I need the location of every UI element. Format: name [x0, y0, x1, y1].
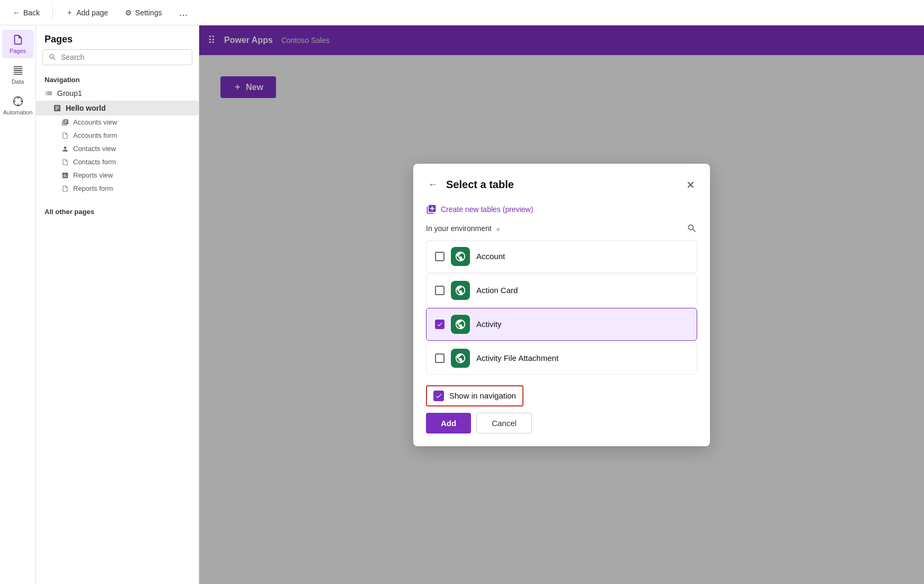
modal-header-left: ← Select a table	[426, 177, 514, 192]
activity-name: Activity	[476, 320, 502, 329]
hello-world-label: Hello world	[66, 104, 105, 112]
search-input[interactable]	[61, 53, 186, 61]
hello-world-item[interactable]: Hello world	[36, 101, 199, 116]
modal-title: Select a table	[446, 179, 514, 191]
pages-icon	[12, 34, 24, 46]
reports-view-item[interactable]: Reports view	[36, 169, 199, 182]
reports-form-icon	[61, 185, 69, 192]
activity-icon	[451, 315, 470, 334]
env-selector-left: In your environment ⬦	[426, 224, 500, 233]
settings-label: Settings	[135, 8, 162, 17]
activity-file-checkbox[interactable]	[435, 353, 445, 363]
data-icon	[12, 65, 24, 76]
account-icon	[451, 247, 470, 266]
action-buttons: Add Cancel	[426, 413, 697, 433]
action-card-name: Action Card	[476, 286, 518, 295]
contacts-view-icon	[61, 145, 69, 153]
divider-1	[52, 6, 53, 19]
create-tables-link[interactable]: Create new tables (preview)	[426, 204, 697, 215]
table-item-activity[interactable]: Activity	[426, 308, 697, 341]
back-button[interactable]: ← Back	[8, 5, 44, 20]
all-other-pages-label: All other pages	[36, 203, 199, 218]
main-layout: Pages Data Automation Pages Navigation	[0, 25, 924, 584]
create-tables-icon	[426, 204, 437, 215]
env-label: In your environment	[426, 224, 492, 233]
chevron-icon[interactable]: ⬦	[496, 224, 500, 233]
action-card-checkbox[interactable]	[435, 286, 445, 295]
plus-icon: ＋	[66, 8, 73, 17]
reports-view-label: Reports view	[73, 171, 113, 179]
accounts-view-item[interactable]: Accounts view	[36, 116, 199, 129]
pages-label: Pages	[10, 48, 26, 54]
modal-back-button[interactable]: ←	[426, 177, 440, 192]
reports-view-icon	[61, 172, 69, 179]
modal-close-button[interactable]: ✕	[684, 176, 697, 193]
account-name: Account	[476, 252, 505, 261]
environment-selector: In your environment ⬦	[426, 223, 697, 234]
select-table-modal: ← Select a table ✕ Create new tables (pr…	[413, 164, 710, 446]
pages-title: Pages	[36, 25, 199, 49]
list-icon	[45, 89, 53, 98]
form-icon	[61, 132, 69, 139]
activity-file-icon	[451, 349, 470, 368]
modal-overlay: ← Select a table ✕ Create new tables (pr…	[199, 25, 924, 584]
sidebar-item-automation[interactable]: Automation	[2, 91, 34, 120]
contacts-form-label: Contacts form	[73, 158, 116, 166]
contacts-form-item[interactable]: Contacts form	[36, 155, 199, 169]
activity-checkbox[interactable]	[435, 320, 445, 329]
add-page-button[interactable]: ＋ Add page	[61, 5, 112, 21]
checkmark-icon	[437, 321, 443, 328]
show-nav-checkmark	[435, 392, 442, 400]
account-table-icon	[455, 251, 466, 262]
add-page-label: Add page	[76, 8, 108, 17]
modal-header: ← Select a table ✕	[426, 176, 697, 193]
sidebar-item-pages[interactable]: Pages	[2, 30, 34, 58]
back-label: Back	[23, 8, 40, 17]
group1-item[interactable]: Group1	[36, 86, 199, 101]
table-item-account[interactable]: Account	[426, 240, 697, 273]
search-box[interactable]	[42, 49, 192, 65]
action-card-icon	[451, 281, 470, 300]
pages-panel: Pages Navigation Group1 Hello world Acco	[36, 25, 199, 584]
contacts-view-label: Contacts view	[73, 145, 116, 153]
action-card-table-icon	[455, 285, 466, 296]
icon-sidebar: Pages Data Automation	[0, 25, 36, 584]
env-search-icon[interactable]	[687, 223, 697, 234]
reports-form-label: Reports form	[73, 184, 113, 192]
show-in-navigation-row: Show in navigation	[426, 385, 523, 406]
automation-label: Automation	[3, 109, 33, 116]
activity-table-icon	[455, 318, 466, 330]
view-icon	[61, 119, 69, 126]
accounts-form-item[interactable]: Accounts form	[36, 129, 199, 142]
settings-icon: ⚙	[125, 8, 132, 17]
activity-file-name: Activity File Attachment	[476, 353, 558, 362]
contacts-form-icon	[61, 158, 69, 166]
group1-label: Group1	[57, 89, 82, 98]
reports-form-item[interactable]: Reports form	[36, 182, 199, 195]
activity-file-table-icon	[455, 352, 466, 364]
table-item-action-card[interactable]: Action Card	[426, 274, 697, 307]
data-label: Data	[12, 78, 24, 85]
page-icon	[53, 104, 61, 112]
accounts-form-label: Accounts form	[73, 131, 117, 139]
back-arrow-icon: ←	[13, 8, 20, 17]
show-nav-label: Show in navigation	[449, 391, 516, 400]
automation-icon	[12, 95, 24, 107]
sidebar-item-data[interactable]: Data	[2, 60, 34, 89]
table-list: Account Action Card	[426, 240, 697, 375]
top-bar: ← Back ＋ Add page ⚙ Settings ...	[0, 0, 924, 25]
cancel-button[interactable]: Cancel	[476, 413, 532, 433]
search-icon	[48, 53, 57, 61]
add-button[interactable]: Add	[426, 413, 471, 433]
main-content: ⠿ Power Apps Contoso Sales ＋ New ← Selec…	[199, 25, 924, 584]
show-nav-checkbox[interactable]	[433, 391, 444, 401]
modal-footer: Show in navigation Add Cancel	[426, 385, 697, 433]
create-tables-label: Create new tables (preview)	[441, 205, 533, 214]
more-options-button[interactable]: ...	[175, 4, 192, 21]
contacts-view-item[interactable]: Contacts view	[36, 142, 199, 155]
settings-button[interactable]: ⚙ Settings	[121, 5, 166, 20]
table-item-activity-file-attachment[interactable]: Activity File Attachment	[426, 342, 697, 375]
navigation-section-label: Navigation	[36, 72, 199, 86]
account-checkbox[interactable]	[435, 252, 445, 261]
accounts-view-label: Accounts view	[73, 118, 117, 126]
